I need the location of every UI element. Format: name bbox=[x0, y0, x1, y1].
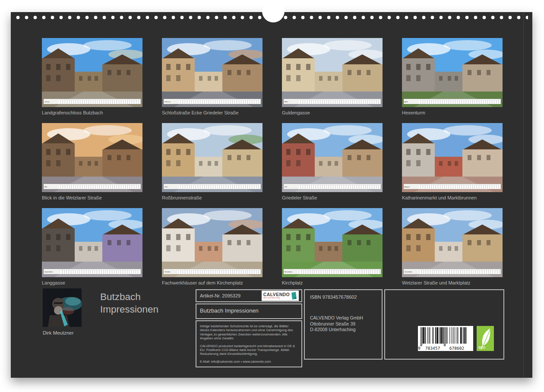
thumbnail-caption: Roßbrunnenstraße bbox=[162, 195, 263, 200]
mini-calendar-strip: Juli bbox=[284, 184, 381, 189]
svg-text:9: 9 bbox=[418, 346, 421, 351]
mini-calendar-month-label: Mai bbox=[44, 186, 52, 187]
thumbnail-grid: Januar Landgrafenschloss Butzbach Februa… bbox=[42, 38, 503, 285]
contact-line: E-Mail: info@calvendo.com • www.calvendo… bbox=[200, 360, 298, 364]
calendar-back-cover: Januar Landgrafenschloss Butzbach Februa… bbox=[11, 12, 532, 378]
month-photo: Februar bbox=[162, 38, 263, 107]
thumbnail-caption: Blick in die Wetzlarer Straße bbox=[42, 195, 142, 200]
mini-calendar-month-label: Februar bbox=[164, 101, 172, 102]
svg-text:678602: 678602 bbox=[449, 346, 464, 351]
calendar-month-thumbnail: Oktober Fachwerkhäuser auf dem Kirchenpl… bbox=[162, 208, 263, 285]
legal-paragraph-1: Infolge bestehender Schutzrechte ist es … bbox=[200, 324, 298, 341]
mini-calendar-month-label: September bbox=[44, 271, 53, 272]
calendar-month-thumbnail: November Kirchplatz bbox=[282, 208, 383, 285]
mini-calendar-day-cells bbox=[300, 270, 380, 274]
calendar-month-thumbnail: Januar Landgrafenschloss Butzbach bbox=[42, 38, 142, 115]
thumbnail-caption: Fachwerkhäuser auf dem Kirchenplatz bbox=[162, 280, 263, 285]
mini-calendar-day-cells bbox=[420, 270, 500, 274]
thumbnail-caption: Kirchplatz bbox=[282, 280, 383, 285]
calendar-month-thumbnail: April Hexenturm bbox=[402, 38, 503, 115]
month-photo: Dezember bbox=[402, 208, 503, 277]
ean13-barcode: 9783457678602 bbox=[418, 326, 473, 351]
barcode-box: 9783457678602 eco bbox=[384, 289, 504, 360]
article-number: Artikel-Nr. 2095329 bbox=[200, 293, 240, 298]
svg-text:eco: eco bbox=[478, 345, 486, 350]
legal-text-box: Infolge bestehender Schutzrechte ist es … bbox=[196, 320, 302, 367]
thumbnail-caption: Guldengasse bbox=[282, 110, 383, 115]
author-photo bbox=[43, 288, 82, 327]
calendar-month-thumbnail: Juni Roßbrunnenstraße bbox=[162, 123, 263, 200]
publisher-address: CALVENDO Verlag GmbH Ottobrunner Straße … bbox=[310, 315, 376, 333]
month-photo: Juli bbox=[282, 123, 383, 192]
calvendo-logo-wordmark: CALVENDO bbox=[263, 292, 290, 297]
mini-calendar-strip: November bbox=[284, 269, 381, 274]
calendar-title-line2: Impressionen bbox=[100, 303, 158, 316]
product-title-box: Butzbach Impressionen bbox=[196, 303, 302, 319]
calendar-month-thumbnail: August Katharinenmarkt und Marktbrunnen bbox=[402, 123, 503, 200]
month-photo: September bbox=[42, 208, 142, 277]
mini-calendar-strip: August bbox=[404, 184, 501, 189]
calendar-title-line1: Butzbach bbox=[100, 291, 158, 303]
mini-calendar-strip: Januar bbox=[44, 99, 141, 104]
mini-calendar-day-cells bbox=[59, 100, 140, 104]
month-photo: August bbox=[402, 123, 503, 192]
month-photo: Mai bbox=[42, 123, 142, 192]
mini-calendar-day-cells bbox=[299, 185, 380, 189]
mini-calendar-month-label: August bbox=[404, 186, 412, 187]
thumb-notch bbox=[262, 0, 285, 22]
thumbnail-caption: Landgrafenschloss Butzbach bbox=[42, 110, 142, 115]
calendar-month-thumbnail: Juli Griedeler Straße bbox=[282, 123, 383, 200]
mini-calendar-day-cells bbox=[59, 185, 140, 189]
mini-calendar-strip: Dezember bbox=[404, 269, 501, 274]
publisher-city: D-82008 Unterhaching bbox=[310, 327, 376, 333]
isbn: ISBN 9783457678602 bbox=[310, 294, 376, 300]
calvendo-page-icon bbox=[291, 292, 297, 300]
thumbnail-caption: Wetzlarer Straße und Marktplatz bbox=[402, 280, 503, 285]
mini-calendar-month-label: Oktober bbox=[164, 271, 172, 272]
month-photo: April bbox=[402, 38, 503, 107]
legal-paragraph-2: CALVENDO produziert bedarfsgerecht und k… bbox=[200, 344, 298, 356]
mini-calendar-month-label: März bbox=[284, 101, 292, 102]
thumbnail-caption: Langgasse bbox=[42, 280, 142, 285]
thumbnail-caption: Hexenturm bbox=[402, 110, 503, 115]
mini-calendar-day-cells bbox=[179, 185, 260, 189]
mini-calendar-day-cells bbox=[60, 270, 140, 274]
month-photo: Juni bbox=[162, 123, 263, 192]
author-name: Dirk Meutzner bbox=[43, 330, 90, 335]
calendar-title: Butzbach Impressionen bbox=[100, 291, 158, 316]
thumbnail-caption: Katharinenmarkt und Marktbrunnen bbox=[402, 195, 503, 200]
publisher-box: ISBN 9783457678602 CALVENDO Verlag GmbH … bbox=[304, 289, 383, 360]
article-number-box: Artikel-Nr. 2095329 CALVENDO Mein Kalend… bbox=[196, 289, 302, 302]
info-left-column: Artikel-Nr. 2095329 CALVENDO Mein Kalend… bbox=[196, 289, 302, 360]
thumbnail-caption: Griedeler Straße bbox=[282, 195, 383, 200]
mini-calendar-month-label: Dezember bbox=[404, 271, 412, 272]
calendar-month-thumbnail: September Langgasse bbox=[42, 208, 142, 285]
mini-calendar-month-label: Juli bbox=[284, 186, 292, 187]
mini-calendar-month-label: Januar bbox=[44, 101, 52, 102]
calendar-month-thumbnail: Dezember Wetzlarer Straße und Marktplatz bbox=[402, 208, 503, 285]
mini-calendar-month-label: Juni bbox=[164, 186, 172, 187]
mini-calendar-day-cells bbox=[419, 185, 500, 189]
eco-leaf-icon: eco bbox=[477, 326, 494, 351]
product-title: Butzbach Impressionen bbox=[200, 307, 259, 314]
author-block: Dirk Meutzner bbox=[43, 288, 90, 335]
mini-calendar-strip: September bbox=[44, 269, 141, 274]
mini-calendar-strip: März bbox=[284, 99, 381, 104]
mini-calendar-strip: Februar bbox=[164, 99, 261, 104]
mini-calendar-month-label: November bbox=[284, 271, 292, 272]
mini-calendar-month-label: April bbox=[404, 101, 412, 102]
calvendo-logo: CALVENDO Mein Kalenderverlag bbox=[262, 291, 299, 301]
calvendo-logo-tagline: Mein Kalenderverlag bbox=[263, 297, 280, 298]
month-photo: März bbox=[282, 38, 383, 107]
publisher-street: Ottobrunner Straße 39 bbox=[310, 321, 376, 327]
mini-calendar-strip: Mai bbox=[44, 184, 141, 189]
eco-badge: eco bbox=[477, 326, 494, 351]
svg-text:783457: 783457 bbox=[425, 346, 440, 351]
thumbnail-caption: Schloßstraße Ecke Griedeler Straße bbox=[162, 110, 263, 115]
mini-calendar-strip: Juni bbox=[164, 184, 261, 189]
month-photo: November bbox=[282, 208, 383, 277]
publisher-name: CALVENDO Verlag GmbH bbox=[310, 315, 376, 321]
month-photo: Januar bbox=[42, 38, 142, 107]
calendar-month-thumbnail: März Guldengasse bbox=[282, 38, 383, 115]
author-portrait-graphic bbox=[43, 288, 82, 327]
